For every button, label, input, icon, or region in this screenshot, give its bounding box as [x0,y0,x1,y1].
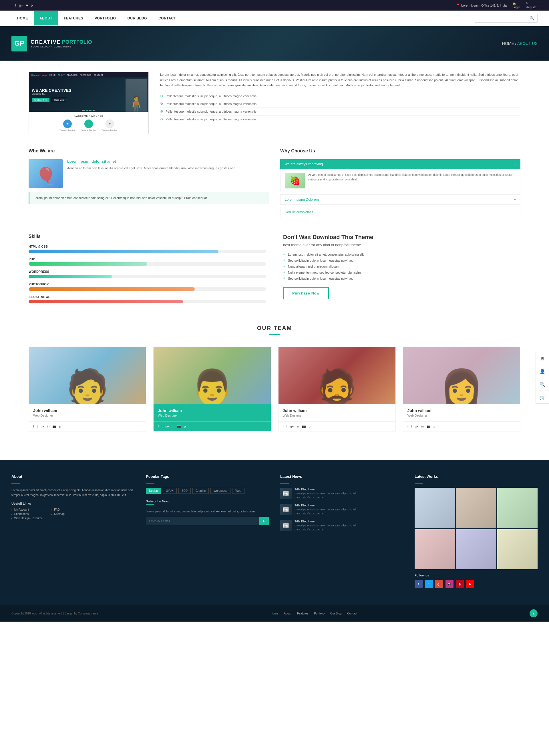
logo-icon: GP [11,36,27,51]
team-facebook-4[interactable]: f [407,425,408,428]
work-thumb-5[interactable] [456,529,496,570]
team-photo-4: 👩 [403,347,520,404]
search-box[interactable]: 🔍 [475,14,538,23]
follow-twitter[interactable]: t [425,580,433,588]
footer-link-myaccount[interactable]: My Account [11,508,43,512]
follow-instagram[interactable]: 📷 [445,580,453,588]
login-link[interactable]: 🔒 Login [512,2,520,9]
footer-nav-contact[interactable]: Contact [347,612,357,615]
skill-illustrator-fill [29,300,183,303]
work-thumb-2[interactable] [456,488,496,528]
search-button[interactable]: 🔍 [527,14,537,22]
social-links[interactable]: f t g+ ■ p [11,3,33,7]
follow-pinterest[interactable]: p [456,580,464,588]
nav-blog[interactable]: OUR BLOG [122,11,153,25]
tag-design[interactable]: Design [146,488,161,494]
work-thumb-4[interactable] [415,529,455,570]
logo: GP CREATIVE PORTFOLIO YOUR SLOGAN GOES H… [11,36,92,51]
nav-about[interactable]: ABOUT [34,11,58,25]
work-thumb-6[interactable] [497,529,538,570]
accordion-header-1[interactable]: We are always improving − [280,159,520,169]
nav-portfolio[interactable]: PORTFOLIO [89,11,122,25]
team-twitter-4[interactable]: t [411,425,412,428]
who-image: 🎈 [29,159,63,188]
news-text-1: Lorem ipsum dolor sit amet, consectetur … [295,492,357,496]
download-section: Don't Wait Download This Theme best them… [283,234,520,308]
footer-nav-portfolio[interactable]: Portfolio [314,612,325,615]
search-input[interactable] [475,15,527,22]
tag-seo[interactable]: SEO [178,488,191,494]
team-facebook-2[interactable]: f [158,425,159,428]
nav-home[interactable]: HOME [11,11,34,25]
team-pinterest-3[interactable]: p [309,425,311,428]
work-thumb-1[interactable] [415,488,455,528]
search-side-icon[interactable]: 🔍 [536,378,549,391]
accordion-plus-icon-3: + [514,210,516,214]
follow-facebook[interactable]: f [415,580,423,588]
nav-links: HOME ABOUT FEATURES PORTFOLIO OUR BLOG C… [11,11,182,25]
accordion-header-2[interactable]: Lorem Ipsum Dolorem + [280,194,520,205]
team-gplus-4[interactable]: g+ [415,425,419,428]
team-linkedin-2[interactable]: in [172,425,174,428]
footer-link-shortcodes[interactable]: Shortcodes [11,512,43,516]
footer-link-sitemap[interactable]: Sitemap [51,512,65,516]
tag-web[interactable]: Web [232,488,244,494]
instagram-icon[interactable]: ■ [26,3,28,7]
team-name-3: John william [283,408,391,413]
team-pinterest-4[interactable]: p [433,425,435,428]
team-instagram-3[interactable]: 📷 [302,425,306,428]
team-instagram-4[interactable]: 📷 [427,425,431,428]
about-text: Lorem ipsum dolor sit amet, consectetur … [160,72,520,134]
facebook-icon[interactable]: f [11,3,12,7]
nav-features[interactable]: FEATURES [58,11,89,25]
feature-item-3: Pellentesque molestie suscipit neque, a … [160,108,520,116]
mockup-feature-1: ✦ Awesome Title Here [60,120,75,131]
news-title-3: Title Blog Here [295,520,357,523]
footer-link-webdesign[interactable]: Web Design Resource [11,516,43,520]
team-linkedin-1[interactable]: in [47,425,50,428]
team-pinterest-2[interactable]: p [184,425,186,428]
footer-nav-features[interactable]: Features [297,612,308,615]
feature-circle-2: ✓ [84,120,93,128]
team-linkedin-3[interactable]: in [297,425,299,428]
team-instagram-1[interactable]: 📷 [52,425,56,428]
team-facebook-3[interactable]: f [283,425,284,428]
download-title: Don't Wait Download This Theme [283,234,520,240]
subscribe-email-input[interactable] [146,517,259,525]
nav-contact[interactable]: CONTACT [153,11,182,25]
team-gplus-2[interactable]: g+ [165,425,169,428]
register-link[interactable]: ✎ Register [526,2,538,9]
mockup-btn2[interactable]: Read More [52,98,67,102]
footer-nav-about[interactable]: About [284,612,291,615]
footer-link-faq[interactable]: FAQ [51,508,65,512]
purchase-button[interactable]: Purchase Now [283,287,329,299]
team-twitter-2[interactable]: t [162,425,162,428]
scroll-top-button[interactable]: ▲ [530,609,538,617]
team-facebook-1[interactable]: f [33,425,34,428]
settings-icon[interactable]: ⚙ [536,352,549,365]
team-gplus-3[interactable]: g+ [290,425,294,428]
user-icon[interactable]: 👤 [536,365,549,378]
googleplus-icon[interactable]: g+ [19,3,23,7]
skills-title: Skills [29,234,266,239]
cart-icon[interactable]: 🛒 [536,391,549,404]
pinterest-icon[interactable]: p [31,3,33,7]
twitter-icon[interactable]: t [15,3,16,7]
footer-nav-home[interactable]: Home [270,612,278,615]
footer-nav-blog[interactable]: Our Blog [330,612,341,615]
team-linkedin-4[interactable]: in [421,425,424,428]
tag-graphic[interactable]: Graphic [192,488,209,494]
subscribe-submit-button[interactable]: ➤ [259,517,269,525]
team-pinterest-1[interactable]: p [59,425,61,428]
tag-uiux[interactable]: UI/UX [163,488,177,494]
follow-youtube[interactable]: ▶ [466,580,474,588]
work-thumb-3[interactable] [497,488,538,528]
team-twitter-3[interactable]: t [287,425,287,428]
accordion-header-3[interactable]: Sed ut Perspiciatis + [280,207,520,217]
team-instagram-2[interactable]: 📷 [177,425,181,428]
team-twitter-1[interactable]: t [37,425,38,428]
follow-googleplus[interactable]: g+ [435,580,443,588]
mockup-btn1[interactable]: Purchase Now [32,98,49,102]
team-gplus-1[interactable]: g+ [41,425,44,428]
tag-wordpress[interactable]: Wordpress [210,488,230,494]
